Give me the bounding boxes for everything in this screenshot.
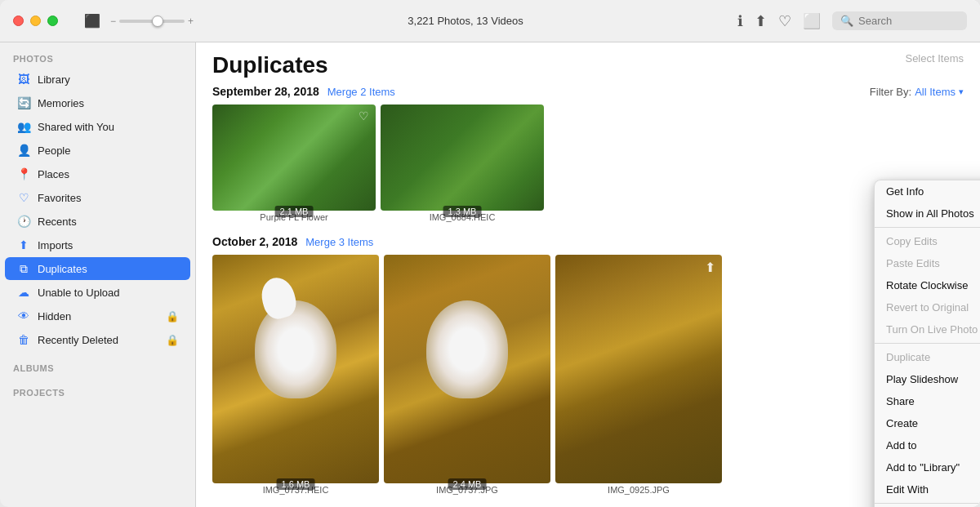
- maximize-button[interactable]: [47, 16, 58, 26]
- unable-to-upload-icon: ☁: [16, 285, 31, 300]
- sidebar-item-recents[interactable]: 🕐 Recents: [5, 210, 190, 233]
- sidebar-label-shared: Shared with You: [38, 121, 114, 133]
- sidebar-item-unable-to-upload[interactable]: ☁ Unable to Upload: [5, 281, 190, 304]
- imports-icon: ⬆: [16, 238, 31, 252]
- menu-item-rotate-clockwise[interactable]: Rotate Clockwise: [875, 274, 980, 296]
- favorite-icon[interactable]: ♡: [778, 12, 791, 30]
- places-icon: 📍: [16, 167, 31, 181]
- sidebar-item-imports[interactable]: ⬆ Imports: [5, 233, 190, 256]
- favorites-icon: ♡: [16, 190, 31, 205]
- sidebar-label-unable-to-upload: Unable to Upload: [38, 287, 119, 299]
- date-group-1: September 28, 2018 Merge 2 Items: [212, 85, 395, 98]
- photo-cell-flower[interactable]: 2.1 MB ♡ Purple FL Flower: [212, 105, 376, 222]
- menu-item-play-slideshow[interactable]: Play Slideshow: [875, 368, 980, 390]
- sidebar-label-recents: Recents: [38, 216, 77, 228]
- zoom-slider[interactable]: − +: [110, 16, 194, 27]
- people-icon: 👤: [16, 143, 31, 158]
- photo-cell-dog1[interactable]: 1.6 MB IMG_0737.HEIC: [212, 255, 379, 495]
- menu-item-add-to-library[interactable]: Add to "Library": [875, 456, 980, 478]
- header-right: Select Items: [905, 52, 964, 64]
- hidden-lock-icon: 🔒: [166, 310, 179, 322]
- menu-item-paste-edits: Paste Edits: [875, 252, 980, 274]
- library-icon: 🖼: [16, 72, 31, 87]
- search-icon: 🔍: [840, 15, 853, 27]
- hidden-icon: 👁: [16, 309, 31, 323]
- date-group-2: October 2, 2018 Merge 3 Items: [196, 232, 980, 251]
- menu-separator-2: [875, 343, 980, 344]
- title-actions: ℹ ⬆ ♡ ⬜ 🔍: [737, 11, 967, 30]
- menu-item-share[interactable]: Share ›: [875, 390, 980, 412]
- photo-size-heic: 1.3 MB: [443, 206, 482, 217]
- sidebar-label-places: Places: [38, 168, 69, 180]
- sidebar-label-favorites: Favorites: [38, 192, 81, 204]
- date-label-2: October 2, 2018: [212, 235, 297, 248]
- photo-cell-dog3[interactable]: ⬆ IMG_0925.JPG: [555, 255, 722, 495]
- recently-deleted-icon: 🗑: [16, 332, 31, 347]
- info-icon[interactable]: ℹ: [737, 12, 743, 30]
- sidebar-label-memories: Memories: [38, 97, 84, 109]
- photo-size-dog1: 1.6 MB: [277, 478, 315, 490]
- menu-item-edit-with[interactable]: Edit With ›: [875, 478, 980, 500]
- context-menu: Get Info Show in All Photos Copy Edits P…: [874, 180, 980, 507]
- toolbar-controls: ⬛ − +: [84, 13, 194, 29]
- sidebar-item-shared[interactable]: 👥 Shared with You: [5, 115, 190, 138]
- photo-count: 3,221 Photos, 13 Videos: [408, 15, 523, 27]
- crop-icon[interactable]: ⬜: [803, 12, 821, 30]
- recently-deleted-lock-icon: 🔒: [166, 334, 179, 346]
- photo-cell-dog2[interactable]: 2.4 MB IMG_0737.JPG: [384, 255, 550, 495]
- main-header: Duplicates Select Items: [196, 42, 980, 85]
- select-items-button[interactable]: Select Items: [905, 52, 964, 64]
- slideshow-icon[interactable]: ⬛: [84, 13, 100, 29]
- search-box[interactable]: 🔍: [832, 11, 967, 30]
- sidebar-item-hidden[interactable]: 👁 Hidden 🔒: [5, 305, 190, 327]
- menu-separator-1: [875, 227, 980, 228]
- sidebar-label-hidden: Hidden: [38, 310, 71, 322]
- heart-icon: ♡: [359, 109, 369, 122]
- sidebar-label-imports: Imports: [38, 239, 73, 251]
- photo-label-dog3: IMG_0925.JPG: [555, 485, 722, 495]
- menu-item-add-to[interactable]: Add to ›: [875, 434, 980, 456]
- filter-label: Filter By:: [870, 86, 911, 98]
- search-input[interactable]: [858, 15, 956, 27]
- sidebar-label-people: People: [38, 145, 70, 157]
- sidebar-label-recently-deleted: Recently Deleted: [38, 334, 118, 346]
- photo-size-dog2: 2.4 MB: [448, 478, 487, 490]
- filter-value[interactable]: All Items: [915, 86, 956, 98]
- menu-item-create[interactable]: Create ›: [875, 412, 980, 434]
- close-button[interactable]: [13, 16, 24, 26]
- minimize-button[interactable]: [30, 16, 41, 26]
- filter-chevron[interactable]: ▾: [959, 87, 964, 97]
- sidebar-item-library[interactable]: 🖼 Library: [5, 68, 190, 91]
- merge-link-2[interactable]: Merge 3 Items: [305, 236, 373, 248]
- title-stats: 3,221 Photos, 13 Videos: [194, 15, 737, 27]
- photos-row-1: 2.1 MB ♡ Purple FL Flower 1.3 MB IMG_068…: [196, 101, 980, 227]
- shared-icon: 👥: [16, 119, 31, 134]
- sidebar-item-places[interactable]: 📍 Places: [5, 162, 190, 185]
- filter-bar: Filter By: All Items ▾: [870, 86, 964, 98]
- main-content: Duplicates Select Items September 28, 20…: [196, 0, 980, 507]
- photo-size-flower: 2.1 MB: [275, 206, 314, 217]
- photo-cell-heic[interactable]: 1.3 MB IMG_0684.HEIC: [381, 105, 544, 222]
- sidebar-label-library: Library: [38, 73, 70, 86]
- menu-item-revert-to-original: Revert to Original: [875, 296, 980, 318]
- duplicates-icon: ⧉: [16, 261, 31, 276]
- sidebar-section-albums: Albums: [0, 352, 195, 376]
- menu-item-duplicate: Duplicate: [875, 346, 980, 368]
- menu-item-copy-edits: Copy Edits: [875, 230, 980, 252]
- photos-row-2: 1.6 MB IMG_0737.HEIC 2.4 MB IMG_0737.JPG…: [196, 251, 980, 500]
- share-icon[interactable]: ⬆: [755, 12, 767, 30]
- sidebar-section-photos: Photos: [0, 42, 195, 67]
- traffic-lights: [13, 16, 58, 26]
- page-title: Duplicates: [212, 52, 328, 78]
- menu-item-get-info[interactable]: Get Info: [875, 180, 980, 202]
- date-label-1: September 28, 2018: [212, 85, 319, 98]
- sidebar-item-favorites[interactable]: ♡ Favorites: [5, 186, 190, 209]
- sidebar-item-memories[interactable]: 🔄 Memories: [5, 91, 190, 114]
- sidebar-label-duplicates: Duplicates: [38, 263, 87, 275]
- merge-link-1[interactable]: Merge 2 Items: [327, 86, 395, 98]
- menu-item-show-in-all-photos[interactable]: Show in All Photos: [875, 202, 980, 225]
- sidebar-item-duplicates[interactable]: ⧉ Duplicates: [5, 257, 190, 280]
- sidebar-item-people[interactable]: 👤 People: [5, 139, 190, 162]
- sidebar-item-recently-deleted[interactable]: 🗑 Recently Deleted 🔒: [5, 328, 190, 351]
- upload-icon: ⬆: [705, 260, 715, 275]
